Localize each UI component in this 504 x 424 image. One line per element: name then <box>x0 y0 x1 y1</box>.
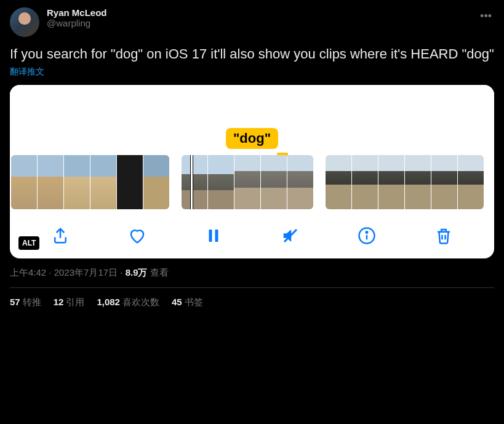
clip-thumbnail <box>234 155 260 209</box>
bookmarks-stat[interactable]: 45书签 <box>172 297 203 308</box>
search-tag-bubble: "dog" <box>226 128 278 149</box>
views-label: 查看 <box>148 267 169 278</box>
clip-thumbnail <box>11 155 37 209</box>
clip-thumbnail <box>458 155 484 209</box>
video-scrubber[interactable] <box>10 153 494 214</box>
display-name: Ryan McLeod <box>47 7 470 18</box>
heart-icon <box>128 226 146 245</box>
clip-thumbnail <box>182 155 207 209</box>
clip-thumbnail <box>431 155 457 209</box>
mute-icon <box>281 226 300 245</box>
clip-thumbnail <box>38 155 63 209</box>
clip-thumbnail <box>261 155 287 209</box>
mute-button[interactable] <box>280 225 301 246</box>
avatar[interactable] <box>10 7 39 37</box>
trash-icon <box>434 226 453 245</box>
stats-row: 57转推 12引用 1,082喜欢次数 45书签 <box>10 297 494 308</box>
tweet-header: Ryan McLeod @warpling ••• <box>10 7 494 37</box>
clip-thumbnail <box>378 155 404 209</box>
views-count: 8.9万 <box>126 267 148 278</box>
like-button[interactable] <box>127 225 148 246</box>
clip-thumbnail <box>405 155 431 209</box>
divider <box>10 287 494 288</box>
translate-link[interactable]: 翻译推文 <box>10 66 494 78</box>
clip-group-3 <box>326 155 484 209</box>
more-button[interactable]: ••• <box>478 7 494 25</box>
delete-button[interactable] <box>433 225 454 246</box>
pause-icon <box>204 226 223 245</box>
svg-rect-0 <box>209 230 212 242</box>
clip-thumbnail <box>352 155 378 209</box>
likes-stat[interactable]: 1,082喜欢次数 <box>97 297 159 308</box>
tweet-text: If you search for "dog" on iOS 17 it'll … <box>10 46 494 63</box>
clip-thumbnail <box>208 155 234 209</box>
media-card[interactable]: "dog" <box>10 85 494 258</box>
retweets-stat[interactable]: 57转推 <box>10 297 41 308</box>
tweet-date[interactable]: 2023年7月17日 <box>54 267 118 278</box>
handle: @warpling <box>47 18 470 28</box>
media-toolbar <box>10 214 494 252</box>
pause-button[interactable] <box>203 225 224 246</box>
quotes-stat[interactable]: 12引用 <box>54 297 85 308</box>
svg-point-5 <box>366 231 368 233</box>
clip-thumbnail <box>64 155 90 209</box>
share-icon <box>51 226 70 245</box>
clip-group-1 <box>11 155 169 209</box>
tweet-meta: 上午4:42 · 2023年7月17日 · 8.9万 查看 <box>10 267 494 279</box>
clip-thumbnail <box>326 155 351 209</box>
tweet-time[interactable]: 上午4:42 <box>10 267 46 278</box>
playhead[interactable] <box>190 155 193 209</box>
ellipsis-icon: ••• <box>480 10 492 22</box>
alt-badge[interactable]: ALT <box>18 236 39 250</box>
media-preview-top: "dog" <box>10 85 494 153</box>
clip-thumbnail <box>117 155 143 209</box>
clip-thumbnail <box>90 155 116 209</box>
share-button[interactable] <box>50 225 71 246</box>
svg-rect-1 <box>215 230 218 242</box>
info-icon <box>358 226 376 245</box>
tweet-container: Ryan McLeod @warpling ••• If you search … <box>0 0 504 316</box>
clip-thumbnail <box>143 155 169 209</box>
clip-thumbnail <box>287 155 313 209</box>
clip-group-2 <box>182 155 313 209</box>
info-button[interactable] <box>356 225 377 246</box>
author-block[interactable]: Ryan McLeod @warpling <box>47 7 470 28</box>
